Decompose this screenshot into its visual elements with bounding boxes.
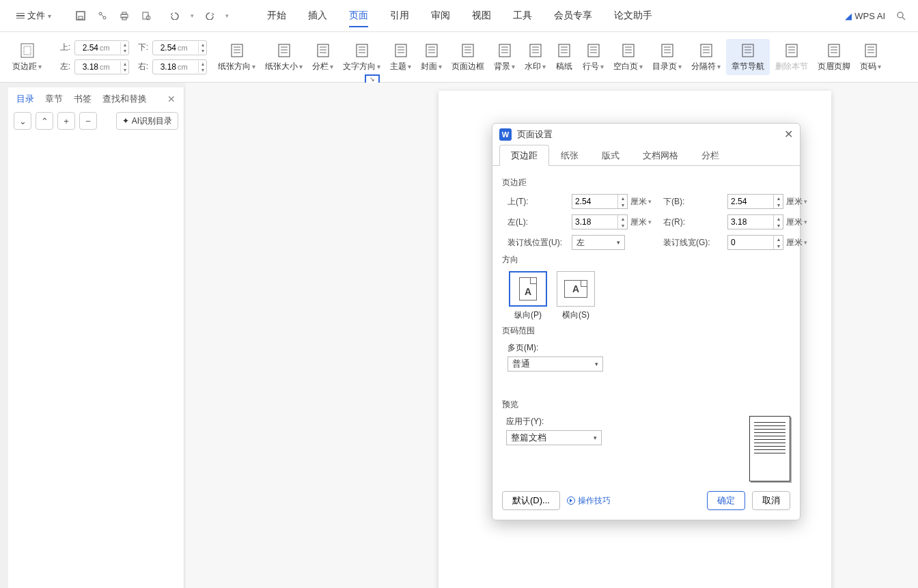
d-gutter-w-unit[interactable]: 厘米▾	[786, 237, 816, 249]
ribbon-item-1[interactable]: 纸张大小▾	[261, 42, 307, 72]
print-preview-icon[interactable]	[140, 10, 152, 22]
margin-top-input[interactable]: cm▴▾	[74, 40, 129, 55]
ribbon-item-13[interactable]: 分隔符▾	[687, 42, 725, 72]
margins-button[interactable]: 页边距▾	[8, 42, 46, 72]
collapse-up-button[interactable]: ⌃	[36, 112, 53, 130]
close-icon[interactable]: ✕	[784, 128, 793, 141]
d-top-label: 上(T):	[507, 196, 569, 208]
menubar: 文件 ▾ ▾ ▾ 开始 插入 页面 引用 审阅 视图 工具 会员专享 论文助手 …	[0, 0, 918, 32]
d-left-input[interactable]: ▴▾	[572, 214, 628, 229]
undo-dropdown[interactable]: ▾	[191, 12, 194, 19]
multipage-select[interactable]: 普通▾	[507, 356, 603, 372]
section-preview-title: 预览	[502, 399, 790, 410]
redo-dropdown[interactable]: ▾	[225, 12, 229, 19]
sidepanel-close-icon[interactable]: ✕	[167, 94, 176, 104]
d-bottom-input[interactable]: ▴▾	[727, 194, 783, 209]
undo-icon[interactable]	[169, 10, 181, 22]
d-right-input[interactable]: ▴▾	[727, 214, 783, 229]
tips-link[interactable]: 操作技巧	[567, 495, 611, 507]
tab-member[interactable]: 会员专享	[543, 3, 603, 29]
tab-view[interactable]: 视图	[461, 3, 502, 29]
margin-left-input[interactable]: cm▴▾	[74, 59, 129, 74]
orientation-landscape[interactable]: A	[557, 271, 595, 307]
collapse-down-button[interactable]: ⌄	[14, 112, 31, 130]
app-icon: W	[499, 128, 512, 141]
default-button[interactable]: 默认(D)...	[502, 491, 560, 510]
ribbon-item-5[interactable]: 封面▾	[417, 42, 446, 72]
margins-form: 上(T): ▴▾ 厘米▾ 下(B): ▴▾ 厘米▾ 左(L): ▴▾ 厘米▾ 右…	[507, 194, 790, 250]
sidepanel-tab-bookmark[interactable]: 书签	[74, 93, 92, 105]
cancel-button[interactable]: 取消	[752, 491, 790, 510]
ribbon-item-11[interactable]: 空白页▾	[609, 42, 647, 72]
ribbon-item-12[interactable]: 目录页▾	[648, 42, 686, 72]
ok-button[interactable]: 确定	[707, 491, 745, 510]
d-top-input[interactable]: ▴▾	[572, 194, 628, 209]
svg-rect-68	[742, 44, 753, 57]
ribbon-item-2[interactable]: 分栏▾	[308, 42, 337, 72]
menubar-right: ◢ WPS AI	[845, 10, 907, 22]
ribbon-item-9[interactable]: 稿纸	[551, 42, 577, 72]
svg-rect-11	[24, 46, 31, 55]
ai-icon: ✦	[122, 116, 129, 126]
tab-review[interactable]: 审阅	[420, 3, 461, 29]
d-bottom-unit[interactable]: 厘米▾	[786, 196, 816, 208]
file-menu-button[interactable]: 文件 ▾	[11, 7, 57, 25]
add-button[interactable]: +	[57, 112, 75, 130]
dialog-tab-layout[interactable]: 版式	[590, 145, 631, 166]
dialog-tab-margins[interactable]: 页边距	[499, 145, 549, 166]
ai-detect-toc-button[interactable]: ✦ AI识别目录	[116, 112, 178, 130]
svg-rect-16	[279, 44, 290, 57]
sidepanel-tab-chapter[interactable]: 章节	[45, 93, 63, 105]
d-left-unit[interactable]: 厘米▾	[630, 216, 660, 228]
tab-tools[interactable]: 工具	[502, 3, 543, 29]
ribbon-item-7[interactable]: 背景▾	[490, 42, 519, 72]
ribbon-item-10[interactable]: 行号▾	[579, 42, 608, 72]
tab-thesis[interactable]: 论文助手	[603, 3, 663, 29]
tab-page[interactable]: 页面	[338, 3, 379, 29]
ribbon-item-16[interactable]: 页眉页脚	[813, 42, 854, 72]
tab-insert[interactable]: 插入	[297, 3, 338, 29]
ribbon-item-4[interactable]: 主题▾	[386, 42, 415, 72]
ribbon-item-6[interactable]: 页面边框	[447, 42, 488, 72]
applyto-select[interactable]: 整篇文档▾	[506, 430, 602, 445]
ribbon-icon	[783, 42, 801, 59]
search-icon[interactable]	[895, 10, 907, 22]
ribbon-item-17[interactable]: 页码▾	[856, 42, 885, 72]
ribbon-icon	[658, 42, 676, 59]
sidepanel-tab-toc[interactable]: 目录	[16, 93, 34, 105]
ribbon-item-8[interactable]: 水印▾	[520, 42, 550, 72]
svg-rect-60	[662, 44, 673, 57]
svg-rect-76	[829, 44, 839, 57]
section-margins-title: 页边距	[502, 177, 790, 188]
d-top-unit[interactable]: 厘米▾	[630, 196, 660, 208]
margins-icon	[18, 42, 36, 59]
ribbon-item-0[interactable]: 纸张方向▾	[214, 42, 260, 72]
ribbon-item-3[interactable]: 文字方向▾	[339, 42, 385, 72]
preview-thumbnail	[749, 416, 790, 481]
chevron-down-icon: ▾	[48, 12, 51, 20]
save-icon[interactable]	[74, 10, 87, 22]
sidepanel-tab-find[interactable]: 查找和替换	[102, 93, 147, 105]
redo-icon[interactable]	[204, 10, 216, 22]
d-gutter-w-input[interactable]: ▴▾	[727, 235, 783, 250]
dialog-tab-grid[interactable]: 文档网格	[631, 145, 690, 166]
print-icon[interactable]	[118, 10, 130, 22]
remove-button[interactable]: −	[79, 112, 97, 130]
svg-rect-40	[499, 44, 510, 57]
dialog-tab-columns[interactable]: 分栏	[690, 145, 731, 166]
orientation-portrait[interactable]: A	[509, 271, 547, 307]
ribbon-icon	[585, 42, 602, 59]
dialog-tab-paper[interactable]: 纸张	[549, 145, 590, 166]
section-orientation-title: 方向	[502, 254, 790, 266]
margin-bottom-input[interactable]: cm▴▾	[152, 40, 207, 55]
ribbon-item-15: 删除本节	[771, 42, 812, 72]
share-icon[interactable]	[96, 10, 109, 22]
d-right-unit[interactable]: 厘米▾	[786, 216, 816, 228]
tab-start[interactable]: 开始	[256, 3, 297, 29]
d-gutter-pos-select[interactable]: 左▾	[572, 235, 625, 250]
tab-reference[interactable]: 引用	[379, 3, 420, 29]
margin-right-input[interactable]: cm▴▾	[152, 59, 207, 74]
wps-ai-button[interactable]: ◢ WPS AI	[845, 11, 885, 21]
ribbon-icon	[496, 42, 514, 59]
ribbon-item-14[interactable]: 章节导航	[726, 39, 770, 75]
